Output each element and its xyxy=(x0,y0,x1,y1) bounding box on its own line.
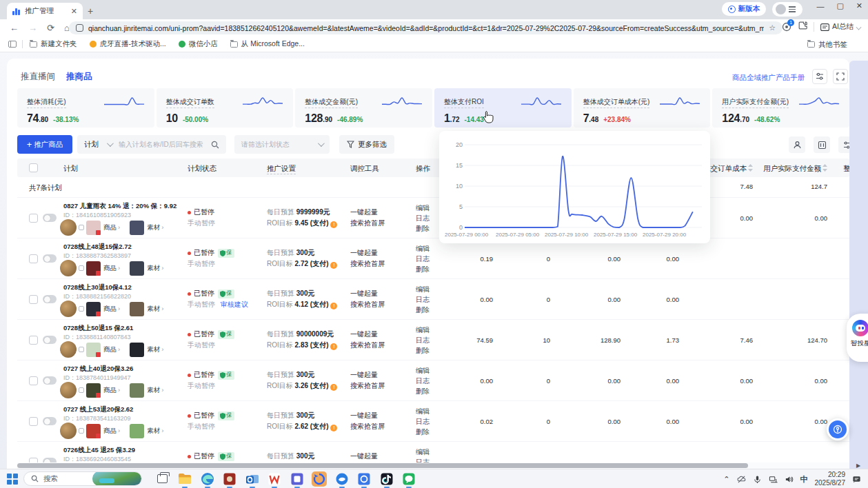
row-checkbox[interactable] xyxy=(29,254,38,263)
product-thumbnail[interactable] xyxy=(86,261,101,276)
tab-live-room[interactable]: 推直播间 xyxy=(21,71,55,83)
tab-close-icon[interactable]: ✕ xyxy=(71,8,77,15)
delete-link[interactable]: 删除 xyxy=(416,345,430,356)
bookmark-huya[interactable]: 虎牙直播-技术驱动... xyxy=(90,39,166,49)
reload-icon[interactable]: ⟳ xyxy=(47,23,54,33)
row-toggle[interactable] xyxy=(43,336,57,344)
microphone-icon[interactable] xyxy=(753,475,762,484)
stat-card[interactable]: 整体支付ROI 1 .72 -14.43% xyxy=(434,88,572,128)
log-link[interactable]: 日志 xyxy=(416,416,430,427)
row-toggle[interactable] xyxy=(43,417,57,425)
edit-link[interactable]: 编辑 xyxy=(416,406,430,416)
notification-extension-icon[interactable]: 1 xyxy=(782,22,791,32)
other-bookmarks[interactable]: 其他书签 xyxy=(807,37,847,52)
outlook-icon[interactable] xyxy=(245,471,260,487)
tray-chevron-icon[interactable]: ⌃ xyxy=(723,475,729,484)
material-thumbnail[interactable] xyxy=(130,302,144,316)
settings-sliders-icon[interactable] xyxy=(812,69,827,84)
wps-icon[interactable] xyxy=(267,471,282,487)
material-link[interactable]: 素材› xyxy=(147,305,163,314)
bookmark-weixin-store[interactable]: 微信小店 xyxy=(179,39,218,49)
material-link[interactable]: 素材› xyxy=(147,386,163,395)
stat-card[interactable]: 整体成交订单成本(元) 7 .48 +23.84% xyxy=(574,88,711,128)
warning-icon[interactable]: ! xyxy=(330,343,337,350)
plan-title[interactable]: 0727 线上40退20保3.26 xyxy=(63,365,133,374)
material-link[interactable]: 素材› xyxy=(147,427,163,436)
product-thumbnail[interactable] xyxy=(86,221,101,235)
horizontal-scrollbar[interactable] xyxy=(17,462,849,469)
product-thumbnail[interactable] xyxy=(86,383,101,398)
one-key-boost-link[interactable]: 一键起量 xyxy=(350,411,378,420)
stat-card[interactable]: 整体消耗(元) 74 .80 -38.13% xyxy=(17,88,154,128)
ime-indicator[interactable]: 中 xyxy=(800,474,808,485)
product-link[interactable]: 商品› xyxy=(103,386,120,395)
app-blue-circle-icon[interactable] xyxy=(334,471,350,487)
search-top-link[interactable]: 搜索抢首屏 xyxy=(350,300,385,309)
custom-column-icon[interactable] xyxy=(789,136,805,153)
one-key-boost-link[interactable]: 一键起量 xyxy=(350,329,378,339)
log-link[interactable]: 日志 xyxy=(416,294,430,305)
warning-icon[interactable]: ! xyxy=(330,262,337,269)
close-button[interactable]: ✕ xyxy=(856,1,862,10)
site-info-icon[interactable] xyxy=(76,24,83,32)
row-toggle[interactable] xyxy=(43,376,57,385)
warning-icon[interactable]: ! xyxy=(330,425,337,431)
plan-title[interactable]: 0727 线上53退20保2.62 xyxy=(63,405,133,414)
row-checkbox[interactable] xyxy=(29,376,38,385)
search-icon[interactable] xyxy=(211,141,219,149)
fullscreen-icon[interactable] xyxy=(833,69,848,84)
edit-link[interactable]: 编辑 xyxy=(416,447,430,457)
forward-icon[interactable]: → xyxy=(28,23,37,33)
product-link[interactable]: 商品› xyxy=(103,223,120,232)
more-filter-button[interactable]: 更多筛选 xyxy=(339,135,394,154)
log-link[interactable]: 日志 xyxy=(416,376,430,386)
material-thumbnail[interactable] xyxy=(130,343,144,357)
product-link[interactable]: 商品› xyxy=(103,427,120,436)
taskbar-search[interactable]: 搜索 xyxy=(23,471,142,486)
search-top-link[interactable]: 搜索抢首屏 xyxy=(350,218,385,228)
url-bar[interactable]: qianchuan.jinritemai.com/uni-prom?aavid=… xyxy=(69,21,783,34)
new-version-badge[interactable]: 新版本 xyxy=(722,2,767,16)
plan-title[interactable]: 0827 儿童雨衣 14% 退：20% 保：9.92 xyxy=(63,202,176,211)
edit-link[interactable]: 编辑 xyxy=(416,243,430,254)
delete-link[interactable]: 删除 xyxy=(416,427,430,437)
file-explorer-icon[interactable] xyxy=(177,471,192,487)
plan-status-select[interactable]: 请筛选计划状态 xyxy=(234,135,330,154)
manual-link[interactable]: 商品全域推广产品手册 xyxy=(732,73,805,83)
one-key-boost-link[interactable]: 一键起量 xyxy=(350,451,378,461)
volume-icon[interactable] xyxy=(785,475,794,484)
notification-icon[interactable] xyxy=(852,475,861,484)
onedrive-icon[interactable] xyxy=(737,475,746,484)
material-thumbnail[interactable] xyxy=(130,221,144,235)
product-link[interactable]: 商品› xyxy=(103,264,120,273)
wechat-work-icon[interactable] xyxy=(401,471,416,487)
task-view-icon[interactable] xyxy=(157,474,168,483)
tab-product[interactable]: 推商品 xyxy=(66,71,92,83)
browser-profile[interactable] xyxy=(772,2,803,17)
taskbar-clock[interactable]: 20:29 2025/8/27 xyxy=(815,471,846,487)
product-thumbnail[interactable] xyxy=(86,343,101,357)
help-fab[interactable] xyxy=(827,418,849,440)
one-key-boost-link[interactable]: 一键起量 xyxy=(350,370,378,380)
row-checkbox[interactable] xyxy=(29,295,38,304)
scrollbar-thumb[interactable] xyxy=(17,463,748,468)
scroll-right-arrow[interactable]: ▶ xyxy=(856,462,860,469)
material-thumbnail[interactable] xyxy=(130,424,144,438)
bookmark-star-icon[interactable]: ☆ xyxy=(769,23,776,32)
stat-card[interactable]: 用户实际支付金额(元) 124 .70 -48.62% xyxy=(712,88,849,128)
start-button[interactable] xyxy=(7,474,18,485)
minimize-button[interactable]: — xyxy=(816,2,824,10)
material-link[interactable]: 素材› xyxy=(147,345,163,354)
search-top-link[interactable]: 搜索抢首屏 xyxy=(350,259,385,269)
add-product-button[interactable]: +推广商品 xyxy=(17,135,72,154)
review-suggestion-link[interactable]: 审核建议 xyxy=(221,301,248,308)
product-link[interactable]: 商品› xyxy=(103,305,120,314)
extensions-icon[interactable] xyxy=(798,21,807,33)
browser-tab[interactable]: 推广管理 ✕ xyxy=(7,3,83,19)
row-toggle[interactable] xyxy=(43,254,57,263)
product-link[interactable]: 商品› xyxy=(103,345,120,354)
qianchuan-app-icon[interactable] xyxy=(312,471,327,487)
edit-link[interactable]: 编辑 xyxy=(416,203,430,213)
material-link[interactable]: 素材› xyxy=(147,264,163,273)
new-tab-button[interactable]: + xyxy=(88,6,93,17)
